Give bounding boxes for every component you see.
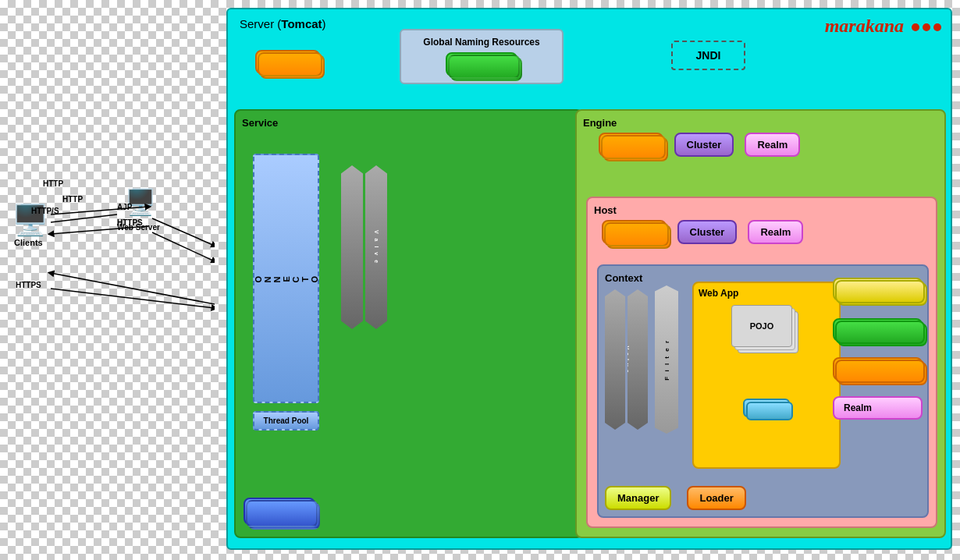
context-box: Context V a l v e F i l t e r Web App xyxy=(597,264,929,518)
jndi-box: JNDI xyxy=(671,41,745,70)
web-server-icon: 🖥️ xyxy=(125,187,156,217)
http-label-1: HTTP xyxy=(43,179,63,188)
executor-stacked: Executor xyxy=(244,498,315,525)
webapp-box: Web App POJO Servlet xyxy=(692,282,841,469)
jndi-label: JNDI xyxy=(696,49,721,62)
ctx-listener-back1 xyxy=(835,360,925,383)
engine-listener-stacked: Listener xyxy=(599,133,663,157)
servlet-wrapper: Servlet xyxy=(699,399,834,417)
ctx-resource-back1 xyxy=(835,321,925,344)
ctx-realm-btn[interactable]: Realm xyxy=(833,396,923,420)
svg-line-6 xyxy=(51,273,215,304)
valve-label: V a l v e xyxy=(374,230,379,264)
engine-realm-btn[interactable]: Realm xyxy=(745,133,800,157)
executor-wrapper: Executor xyxy=(244,498,315,525)
context-bottom-row: Manager Loader xyxy=(605,486,746,510)
marakana-dot-2 xyxy=(923,23,930,31)
pojo-label: POJO xyxy=(750,321,774,331)
svg-line-2 xyxy=(51,214,117,222)
server-title: Server (Tomcat) xyxy=(240,17,326,31)
clients-area: 🖥️ Clients 🖥️ Web Server HTTP HTTP HTTP/… xyxy=(8,179,215,413)
engine-label: Engine xyxy=(583,117,938,129)
servlet-stacked: Servlet xyxy=(743,399,791,417)
host-realm-btn[interactable]: Realm xyxy=(748,220,803,244)
marakana-dot-3 xyxy=(933,23,941,31)
engine-box: Engine Listener Cluster Realm Host Liste… xyxy=(575,109,946,538)
https-label-2: HTTPS xyxy=(117,218,143,227)
service-box: Service CONNECTOR Thread Pool Executor V… xyxy=(234,109,583,538)
thread-pool-box: Thread Pool xyxy=(253,411,319,431)
engine-cluster-btn[interactable]: Cluster xyxy=(674,133,734,157)
https-label-3: HTTPS xyxy=(16,281,41,289)
server-listener-stacked: Listener xyxy=(255,50,320,74)
service-valve-1 xyxy=(341,165,363,329)
context-valve-1 xyxy=(605,289,625,430)
manager-btn[interactable]: Manager xyxy=(605,486,671,510)
ctx-listener-stacked: Listener xyxy=(833,357,923,381)
ctx-realm-wrapper: Realm xyxy=(833,396,923,420)
filter-label: F i l t e r xyxy=(663,339,670,381)
resource-link-back1 xyxy=(835,280,925,303)
global-resource-stacked: Resource xyxy=(446,52,517,76)
webapp-label: Web App xyxy=(699,288,834,299)
service-label: Service xyxy=(242,117,575,129)
marakana-logo: marakana xyxy=(825,16,941,37)
global-naming-box: Global Naming Resources Resource xyxy=(400,29,564,84)
connector-box: CONNECTOR xyxy=(253,154,319,403)
host-box: Host Listener Cluster Realm Context xyxy=(586,197,937,528)
main-container: Server (Tomcat) marakana Global Naming R… xyxy=(226,8,952,550)
context-valve-2: V a l v e xyxy=(628,289,648,430)
connector-label: CONNECTOR xyxy=(253,274,319,283)
service-valve-pair: V a l v e xyxy=(341,165,387,329)
global-naming-title: Global Naming Resources xyxy=(407,37,556,48)
client-label: Clients xyxy=(14,238,43,247)
servlet-back xyxy=(746,402,794,420)
server-listener-wrapper: Listener xyxy=(255,50,320,74)
loader-btn[interactable]: Loader xyxy=(687,486,745,510)
pojo-front: POJO xyxy=(731,305,792,347)
host-cluster-btn[interactable]: Cluster xyxy=(677,220,738,244)
ajp-label: AJP xyxy=(117,203,132,211)
service-valve-2: V a l v e xyxy=(365,165,387,329)
ctx-resource-stacked: Resource xyxy=(833,318,923,342)
filter-shape: F i l t e r xyxy=(655,285,678,434)
resource-link-stacked: Resource Link xyxy=(833,278,923,301)
host-listener-stacked: Listener xyxy=(602,220,667,244)
host-top-row: Listener Cluster Realm xyxy=(602,220,930,244)
svg-line-3 xyxy=(152,218,215,246)
marakana-dot-1 xyxy=(912,23,919,31)
svg-line-5 xyxy=(51,289,215,308)
svg-line-4 xyxy=(152,232,215,261)
engine-top-row: Listener Cluster Realm xyxy=(599,133,938,157)
http-label-2: HTTP xyxy=(62,195,83,204)
pojo-stack: POJO xyxy=(731,305,802,360)
thread-pool-label: Thread Pool xyxy=(264,416,309,425)
context-right-items: Resource Link Resource Listener xyxy=(833,278,923,420)
https-label-1: HTTP/S xyxy=(31,207,59,215)
host-label: Host xyxy=(594,204,930,216)
context-valve-pair: V a l v e xyxy=(605,289,648,430)
